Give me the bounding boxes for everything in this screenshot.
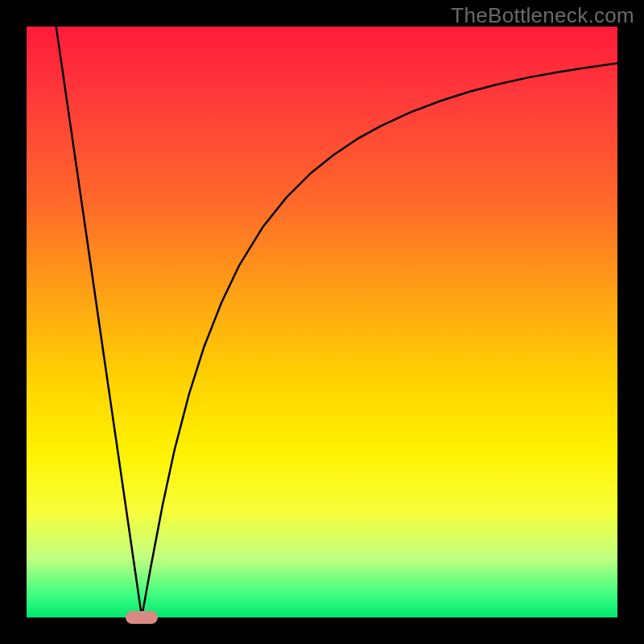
optimal-marker bbox=[126, 611, 158, 624]
chart-frame: TheBottleneck.com bbox=[0, 0, 644, 644]
plot-area bbox=[27, 27, 617, 617]
bottleneck-curve bbox=[56, 27, 617, 617]
curve-layer bbox=[27, 27, 617, 617]
watermark-text: TheBottleneck.com bbox=[451, 3, 634, 28]
